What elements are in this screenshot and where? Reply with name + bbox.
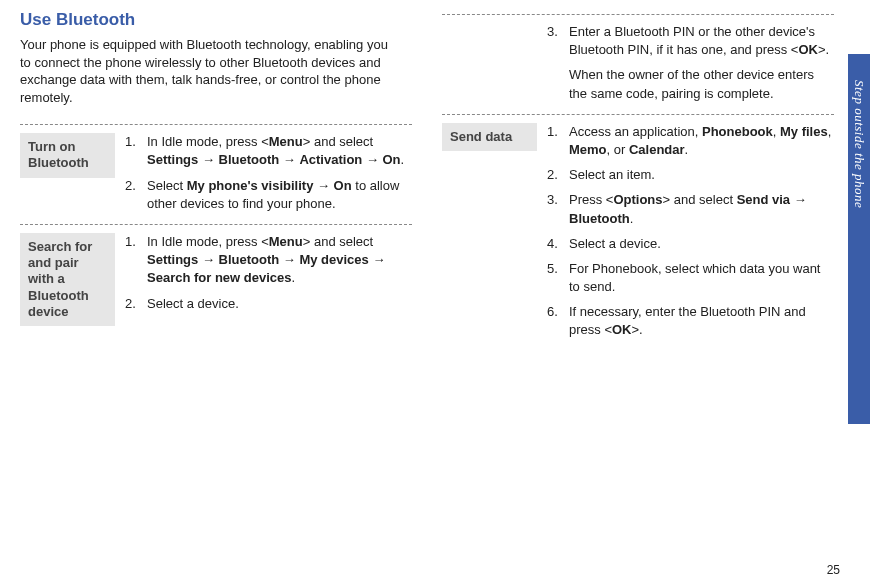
step: 4. Select a device. (547, 235, 834, 253)
step: 1. Access an application, Phonebook, My … (547, 123, 834, 159)
page-number: 25 (827, 563, 840, 577)
step: 1. In Idle mode, press <Menu> and select… (125, 133, 412, 169)
step-text: If necessary, enter the Bluetooth PIN an… (569, 303, 834, 339)
step: 2. Select My phone's visibility → On to … (125, 177, 412, 213)
step-number: 2. (125, 295, 147, 313)
step-number: 2. (125, 177, 147, 213)
steps-search-cont: 3. Enter a Bluetooth PIN or the other de… (442, 23, 834, 103)
step-text: In Idle mode, press <Menu> and select Se… (147, 133, 412, 169)
step-text: Enter a Bluetooth PIN or the other devic… (569, 23, 834, 103)
step-number: 4. (547, 235, 569, 253)
left-column: Use Bluetooth Your phone is equipped wit… (20, 10, 412, 575)
step-text: Select a device. (569, 235, 834, 253)
step-text: In Idle mode, press <Menu> and select Se… (147, 233, 412, 288)
page-heading: Use Bluetooth (20, 10, 412, 30)
step: 1. In Idle mode, press <Menu> and select… (125, 233, 412, 288)
section-turn-on: Turn on Bluetooth 1. In Idle mode, press… (20, 124, 412, 220)
step-text: Press <Options> and select Send via → Bl… (569, 191, 834, 227)
step-number: 6. (547, 303, 569, 339)
steps-turn-on: 1. In Idle mode, press <Menu> and select… (125, 133, 412, 220)
step-text: Select an item. (569, 166, 834, 184)
step-number: 1. (125, 233, 147, 288)
step: 6. If necessary, enter the Bluetooth PIN… (547, 303, 834, 339)
step-number: 3. (547, 191, 569, 227)
step-text: Select My phone's visibility → On to all… (147, 177, 412, 213)
side-tab-label: Step outside the phone (848, 70, 870, 270)
step-text: For Phonebook, select which data you wan… (569, 260, 834, 296)
step-number: 1. (125, 133, 147, 169)
label-send-data: Send data (442, 123, 537, 151)
step-text: Access an application, Phonebook, My fil… (569, 123, 834, 159)
step-extra: When the owner of the other device enter… (569, 66, 834, 102)
step-number: 5. (547, 260, 569, 296)
section-search: Search for and pair with a Bluetooth dev… (20, 224, 412, 326)
page-content: Use Bluetooth Your phone is equipped wit… (0, 0, 870, 585)
step: 2. Select an item. (547, 166, 834, 184)
step-text: Select a device. (147, 295, 412, 313)
step-number: 2. (547, 166, 569, 184)
label-turn-on: Turn on Bluetooth (20, 133, 115, 178)
steps-search: 1. In Idle mode, press <Menu> and select… (125, 233, 412, 320)
step-number: 1. (547, 123, 569, 159)
label-search: Search for and pair with a Bluetooth dev… (20, 233, 115, 326)
steps-send-data: 1. Access an application, Phonebook, My … (547, 123, 834, 347)
step: 3. Press <Options> and select Send via →… (547, 191, 834, 227)
intro-paragraph: Your phone is equipped with Bluetooth te… (20, 36, 400, 106)
step-number: 3. (547, 23, 569, 103)
step: 5. For Phonebook, select which data you … (547, 260, 834, 296)
section-search-continued: 3. Enter a Bluetooth PIN or the other de… (442, 14, 834, 110)
section-send-data: Send data 1. Access an application, Phon… (442, 114, 834, 347)
step: 3. Enter a Bluetooth PIN or the other de… (547, 23, 834, 103)
right-column: 3. Enter a Bluetooth PIN or the other de… (442, 10, 850, 575)
step: 2. Select a device. (125, 295, 412, 313)
